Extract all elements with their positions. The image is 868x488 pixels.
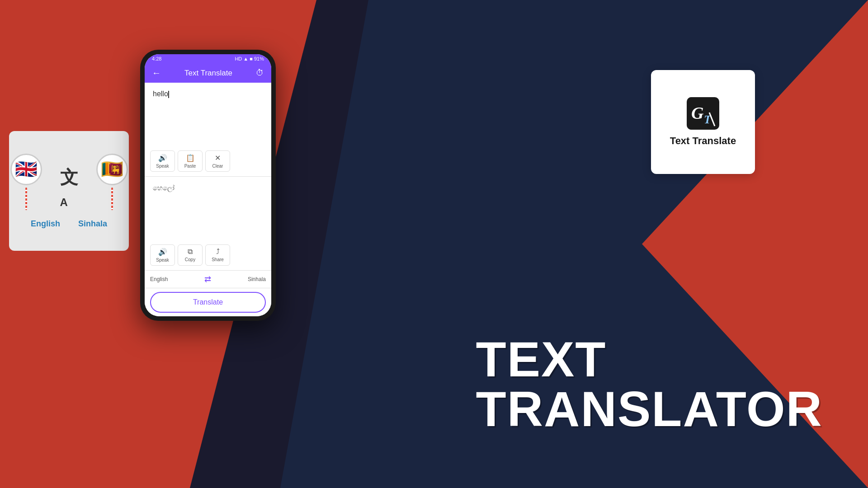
translate-icon-item: 文A — [60, 165, 78, 210]
output-text: හෙලෝ — [153, 184, 175, 192]
app-title: Text Translate — [184, 69, 232, 78]
share-label: Share — [212, 257, 224, 262]
flags-row: 🇬🇧 文A 🇱🇰 — [10, 154, 128, 210]
logo-card: G T Text Translate — [651, 70, 755, 174]
input-text: hello — [153, 90, 168, 98]
input-section: hello 🔊 Speak 📋 Paste ✕ Cle — [145, 83, 271, 177]
translated-text-display: හෙලෝ — [150, 181, 266, 242]
big-text-container: TEXT TRANSLATOR — [476, 334, 823, 434]
back-button[interactable]: ← — [152, 68, 161, 78]
clear-label: Clear — [212, 164, 223, 169]
clear-button[interactable]: ✕ Clear — [205, 150, 230, 172]
copy-label: Copy — [185, 257, 195, 262]
sinhala-flag-item: 🇱🇰 — [96, 154, 128, 210]
uk-flag: 🇬🇧 — [10, 154, 42, 185]
flag-pole-left — [25, 188, 27, 210]
app-content: hello 🔊 Speak 📋 Paste ✕ Cle — [145, 83, 271, 316]
big-text-line1: TEXT — [476, 334, 823, 384]
output-action-buttons: 🔊 Speak ⧉ Copy ⤴ Share — [150, 244, 266, 266]
paste-button[interactable]: 📋 Paste — [178, 150, 203, 172]
clear-icon: ✕ — [215, 154, 221, 162]
output-section: හෙලෝ 🔊 Speak ⧉ Copy ⤴ Share — [145, 177, 271, 271]
gt-logo-box: G T — [687, 97, 719, 130]
phone-inner: 4:28 HD ▲ ■ 91% ← Text Translate ⏱ hello — [145, 54, 271, 316]
english-flag-item: 🇬🇧 — [10, 154, 42, 210]
source-text-display[interactable]: hello — [150, 87, 266, 148]
english-label: English — [31, 219, 60, 229]
speak-output-button[interactable]: 🔊 Speak — [150, 244, 175, 266]
app-bar: ← Text Translate ⏱ — [145, 63, 271, 83]
share-icon: ⤴ — [216, 248, 220, 256]
source-language-button[interactable]: English — [150, 276, 168, 282]
lang-labels: English Sinhala — [31, 219, 107, 229]
status-bar: 4:28 HD ▲ ■ 91% — [145, 54, 271, 63]
history-button[interactable]: ⏱ — [256, 68, 264, 78]
translate-button[interactable]: Translate — [150, 292, 266, 313]
speak-input-button[interactable]: 🔊 Speak — [150, 150, 175, 172]
speak-output-icon: 🔊 — [158, 248, 167, 256]
input-action-buttons: 🔊 Speak 📋 Paste ✕ Clear — [150, 150, 266, 172]
svg-text:G: G — [691, 103, 704, 122]
target-language-button[interactable]: Sinhala — [248, 276, 266, 282]
sri-lanka-flag: 🇱🇰 — [96, 154, 128, 185]
swap-languages-button[interactable]: ⇄ — [204, 274, 211, 284]
speak-label: Speak — [156, 164, 169, 169]
phone-container: 4:28 HD ▲ ■ 91% ← Text Translate ⏱ hello — [136, 27, 280, 334]
paste-label: Paste — [184, 164, 196, 169]
paste-icon: 📋 — [186, 154, 195, 162]
translate-icon: 文A — [60, 165, 78, 210]
share-button[interactable]: ⤴ Share — [205, 244, 230, 266]
left-language-card: 🇬🇧 文A 🇱🇰 English Sinhala — [9, 131, 129, 251]
copy-button[interactable]: ⧉ Copy — [178, 244, 203, 266]
language-selector: English ⇄ Sinhala — [145, 271, 271, 288]
phone-outer: 4:28 HD ▲ ■ 91% ← Text Translate ⏱ hello — [140, 50, 276, 321]
text-cursor — [168, 91, 169, 98]
speak-output-label: Speak — [156, 258, 169, 263]
big-text-line2: TRANSLATOR — [476, 384, 823, 434]
logo-card-title: Text Translate — [670, 135, 736, 147]
sinhala-label: Sinhala — [78, 219, 107, 229]
time-display: 4:28 — [152, 56, 161, 61]
flag-pole-right — [111, 188, 113, 210]
status-indicators: HD ▲ ■ 91% — [235, 56, 264, 61]
speaker-icon: 🔊 — [158, 154, 167, 162]
copy-icon: ⧉ — [188, 248, 193, 256]
gt-logo-svg: G T — [689, 100, 717, 127]
